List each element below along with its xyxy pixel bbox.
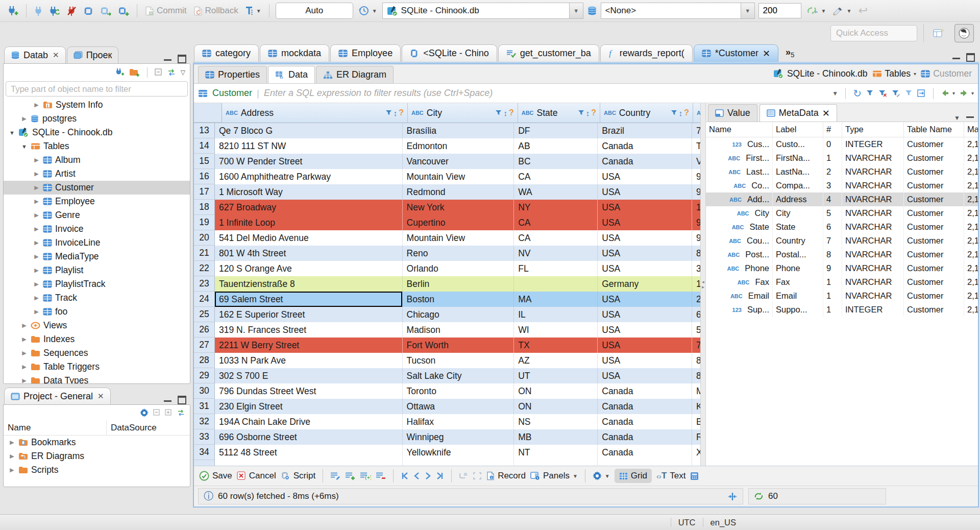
gear-icon[interactable]	[140, 408, 149, 417]
meta-cell[interactable]: 2,147,483	[964, 151, 978, 165]
cell[interactable]: Canada	[598, 429, 692, 445]
cell[interactable]: 230 Elgin Street	[215, 399, 403, 414]
meta-row-compa[interactable]: ABCCo...Compa...3NVARCHARCustomer2,147,4…	[706, 179, 978, 192]
cell[interactable]: Halifax	[403, 414, 514, 429]
subtab-er-diagram[interactable]: ER Diagram	[316, 66, 394, 83]
maximize-icon[interactable]	[178, 55, 186, 63]
meta-cell[interactable]: Customer	[904, 165, 964, 179]
meta-cell[interactable]: Email	[773, 289, 823, 303]
meta-cell[interactable]: State	[773, 220, 823, 234]
cell[interactable]: CA	[514, 215, 598, 230]
cell[interactable]: 53	[692, 322, 700, 338]
meta-cell[interactable]: NVARCHAR	[842, 179, 904, 192]
script-button[interactable]: Script	[281, 471, 315, 481]
meta-column-header-label[interactable]: Label	[773, 122, 823, 137]
tab-metadata[interactable]: MetaData ✕	[760, 104, 837, 122]
meta-row-lastna[interactable]: ABCLast...LastNa...2NVARCHARCustomer2,14…	[706, 165, 978, 179]
cell[interactable]: USA	[598, 322, 692, 338]
grid-view-button[interactable]: Grid	[615, 469, 652, 483]
cell[interactable]: DF	[514, 123, 598, 138]
meta-cell[interactable]: NVARCHAR	[842, 165, 904, 179]
nav-forward-button[interactable]: ▾	[960, 89, 974, 97]
text-view-button[interactable]: ‹›T Text	[656, 471, 686, 481]
table-row-25[interactable]: 25162 E Superior StreetChicagoILUSA60	[194, 307, 700, 322]
tree-item-mediatype[interactable]: ▶MediaType	[4, 250, 190, 263]
expand-arrow-icon[interactable]: ▶	[33, 212, 40, 219]
table-row-20[interactable]: 20541 Del Medio AvenueMountain ViewCAUSA…	[194, 230, 700, 246]
meta-cell[interactable]: 6	[823, 220, 842, 234]
cell[interactable]: Fort Worth	[403, 338, 514, 353]
sort-icon[interactable]: ↕	[586, 109, 590, 117]
meta-cell[interactable]: Customer	[904, 261, 964, 275]
meta-cell[interactable]: NVARCHAR	[842, 261, 904, 275]
meta-cell[interactable]: 2,147,483	[964, 179, 978, 192]
cell[interactable]: Mountain View	[403, 169, 514, 184]
rollback-button[interactable]: Rollback	[192, 5, 240, 17]
minimize-icon[interactable]	[952, 58, 960, 61]
cell[interactable]: Canada	[598, 383, 692, 399]
cell[interactable]: 10	[692, 200, 700, 215]
cell[interactable]: Toronto	[403, 383, 514, 399]
table-row-23[interactable]: 23Tauentzienstraße 8BerlinGermany10	[194, 276, 700, 292]
subtab-properties[interactable]: Properties	[198, 66, 267, 83]
cell[interactable]: Chicago	[403, 307, 514, 322]
tree-item-track[interactable]: ▶Track	[4, 291, 190, 305]
column-header-address[interactable]: ABCAddress↕?	[222, 103, 408, 123]
cell[interactable]: 98	[692, 184, 700, 200]
meta-row-city[interactable]: ABCCityCity5NVARCHARCustomer2,147,483	[706, 206, 978, 220]
commit-button[interactable]: Commit	[143, 5, 188, 17]
meta-cell[interactable]: FirstNa...	[773, 151, 823, 165]
expand-arrow-icon[interactable]: ▶	[33, 253, 40, 260]
fetch-size-input[interactable]	[758, 3, 801, 18]
column-header-state[interactable]: ABCState↕?	[518, 103, 600, 123]
cell[interactable]: Tauentzienstraße 8	[215, 276, 403, 292]
meta-row-phone[interactable]: ABCPhonePhone9NVARCHARCustomer2,147,483	[706, 261, 978, 275]
hint-icon[interactable]: ?	[591, 108, 596, 117]
meta-cell[interactable]: Customer	[904, 248, 964, 261]
expand-arrow-icon[interactable]: ▶	[33, 198, 40, 205]
cell[interactable]: 627 Broadway	[215, 200, 403, 215]
tree-item-system-info[interactable]: ▶iSystem Info	[4, 98, 190, 112]
meta-column-header-name[interactable]: Name	[706, 122, 773, 137]
meta-column-header-table-name[interactable]: Table Name	[904, 122, 964, 137]
table-row-30[interactable]: 30796 Dundas Street WestTorontoONCanadaM…	[194, 383, 700, 399]
cell[interactable]: USA	[598, 230, 692, 246]
cell[interactable]: 32	[692, 261, 700, 276]
filter-apply-icon[interactable]	[905, 90, 913, 97]
maximize-icon[interactable]	[178, 396, 186, 404]
meta-cell[interactable]: Customer	[904, 220, 964, 234]
table-row-18[interactable]: 18627 BroadwayNew YorkNYUSA10	[194, 200, 700, 215]
calc-panel-icon[interactable]	[690, 472, 699, 480]
panel-splitter[interactable]: ◂▸	[700, 103, 706, 466]
expand-arrow-icon[interactable]: ▶	[21, 322, 28, 329]
cell[interactable]: Mountain View	[403, 230, 514, 246]
cell[interactable]: Ottawa	[403, 399, 514, 414]
meta-name-cell[interactable]: ABCPhone	[706, 261, 773, 275]
tab-projects[interactable]: Проек	[67, 46, 119, 63]
tab-project-general[interactable]: Project - General ✕	[4, 388, 111, 404]
cell[interactable]	[692, 460, 700, 466]
table-row-31[interactable]: 31230 Elgin StreetOttawaONCanadaK2	[194, 399, 700, 414]
cell[interactable]: 95	[692, 215, 700, 230]
meta-cell[interactable]: 2,147,483	[964, 137, 978, 151]
meta-cell[interactable]: Postal...	[773, 248, 823, 261]
meta-cell[interactable]: 2,147,483	[964, 289, 978, 303]
cell[interactable]: USA	[598, 292, 692, 307]
cell[interactable]: Vancouver	[403, 154, 514, 169]
object-filter-input[interactable]	[6, 81, 188, 97]
cell[interactable]: 85	[692, 353, 700, 368]
cancel-button[interactable]: Cancel	[237, 471, 276, 481]
connection-combo-arrow[interactable]: ▼	[569, 3, 583, 18]
collapse-all-icon[interactable]	[153, 409, 160, 416]
meta-name-cell[interactable]: ABCFirst...	[706, 151, 773, 165]
delete-row-icon[interactable]	[376, 472, 386, 480]
meta-cell[interactable]: NVARCHAR	[842, 234, 904, 248]
disconnect-button[interactable]	[65, 5, 78, 17]
tree-item-invoice[interactable]: ▶Invoice	[4, 222, 190, 236]
cell[interactable]: AZ	[514, 353, 598, 368]
cell[interactable]: Reno	[403, 246, 514, 261]
settings-button[interactable]: ▼	[593, 471, 610, 480]
tree-item-table-triggers[interactable]: ▶Table Triggers	[4, 360, 190, 374]
cell[interactable]: USA	[598, 169, 692, 184]
cell[interactable]: 120 S Orange Ave	[215, 261, 403, 276]
